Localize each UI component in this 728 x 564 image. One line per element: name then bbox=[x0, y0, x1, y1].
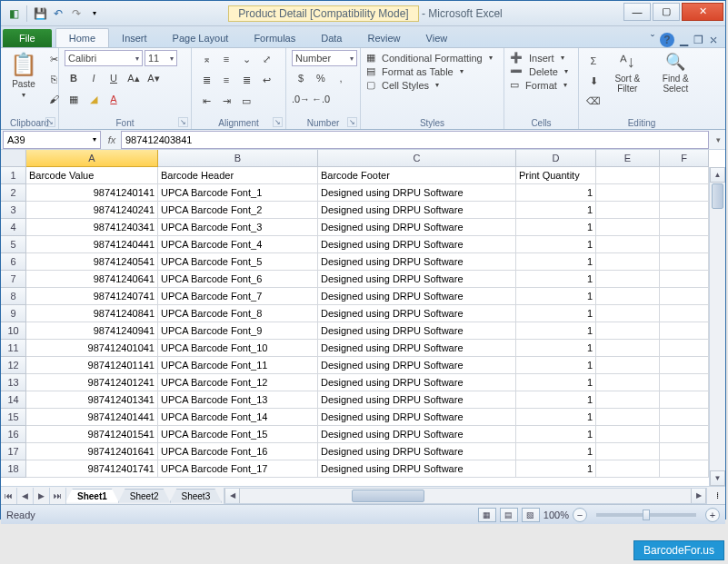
cell[interactable]: 1 bbox=[516, 288, 596, 305]
cell[interactable]: 987412401241 bbox=[26, 374, 158, 391]
col-header-C[interactable]: C bbox=[318, 150, 516, 167]
cell[interactable]: 1 bbox=[516, 322, 596, 340]
tab-review[interactable]: Review bbox=[354, 29, 413, 47]
cell[interactable]: Designed using DRPU Software bbox=[318, 288, 516, 305]
cell[interactable]: 98741240441 bbox=[26, 236, 158, 253]
cell[interactable]: 1 bbox=[516, 340, 596, 357]
accounting-format-icon[interactable]: $ bbox=[292, 69, 310, 87]
horizontal-scrollbar[interactable]: ◀ ▶ bbox=[224, 488, 707, 504]
cell[interactable] bbox=[596, 288, 660, 305]
cell[interactable]: 1 bbox=[516, 253, 596, 271]
borders-icon[interactable]: ▦ bbox=[65, 90, 83, 108]
col-header-D[interactable]: D bbox=[516, 150, 596, 167]
cell[interactable] bbox=[660, 443, 709, 460]
align-top-icon[interactable]: ⌅ bbox=[197, 50, 215, 68]
cell[interactable]: UPCA Barcode Font_5 bbox=[158, 253, 318, 271]
cell[interactable]: 1 bbox=[516, 374, 596, 391]
cell[interactable] bbox=[660, 357, 709, 374]
alignment-launcher-icon[interactable]: ↘ bbox=[273, 117, 283, 127]
cell[interactable] bbox=[596, 426, 660, 443]
row-header[interactable]: 5 bbox=[1, 236, 26, 253]
cell[interactable]: Designed using DRPU Software bbox=[318, 322, 516, 340]
cell[interactable] bbox=[596, 305, 660, 322]
row-header[interactable]: 9 bbox=[1, 305, 26, 322]
cell[interactable]: 98741240641 bbox=[26, 271, 158, 288]
cell[interactable] bbox=[660, 167, 709, 184]
decrease-indent-icon[interactable]: ⇤ bbox=[197, 92, 215, 110]
italic-button[interactable]: I bbox=[85, 69, 103, 87]
cell[interactable] bbox=[596, 202, 660, 219]
cell[interactable] bbox=[660, 288, 709, 305]
fill-color-icon[interactable]: ◢ bbox=[85, 90, 103, 108]
tab-formulas[interactable]: Formulas bbox=[241, 29, 308, 47]
cell[interactable]: Designed using DRPU Software bbox=[318, 219, 516, 236]
col-header-A[interactable]: A bbox=[26, 150, 158, 167]
tab-insert[interactable]: Insert bbox=[109, 29, 160, 47]
cell[interactable] bbox=[660, 426, 709, 443]
cell[interactable] bbox=[596, 167, 660, 184]
scroll-down-icon[interactable]: ▼ bbox=[710, 470, 725, 486]
format-cells-button[interactable]: ▭ Format ▾ bbox=[510, 79, 573, 91]
cell[interactable]: 1 bbox=[516, 305, 596, 322]
help-icon[interactable]: ? bbox=[660, 33, 674, 47]
cell[interactable]: UPCA Barcode Font_15 bbox=[158, 426, 318, 443]
cell[interactable] bbox=[596, 340, 660, 357]
cell[interactable]: UPCA Barcode Font_7 bbox=[158, 288, 318, 305]
cell[interactable] bbox=[660, 409, 709, 426]
cell[interactable]: 1 bbox=[516, 271, 596, 288]
cell[interactable]: Barcode Footer bbox=[318, 167, 516, 184]
cell[interactable]: 1 bbox=[516, 391, 596, 409]
cell[interactable]: Designed using DRPU Software bbox=[318, 271, 516, 288]
cell[interactable] bbox=[660, 322, 709, 340]
tab-split-icon[interactable]: ⁞ bbox=[709, 490, 725, 500]
row-header[interactable]: 17 bbox=[1, 443, 26, 460]
cell[interactable]: Designed using DRPU Software bbox=[318, 305, 516, 322]
clear-icon[interactable]: ⌫ bbox=[584, 92, 603, 110]
row-header[interactable]: 2 bbox=[1, 184, 26, 202]
ribbon-minimize-icon[interactable]: ˇ bbox=[651, 34, 654, 46]
cell[interactable]: Designed using DRPU Software bbox=[318, 357, 516, 374]
cell[interactable]: UPCA Barcode Font_1 bbox=[158, 184, 318, 202]
cell[interactable] bbox=[596, 184, 660, 202]
tab-page-layout[interactable]: Page Layout bbox=[160, 29, 242, 47]
align-center-icon[interactable]: ≡ bbox=[217, 71, 235, 89]
cell[interactable] bbox=[596, 460, 660, 478]
row-header[interactable]: 14 bbox=[1, 391, 26, 409]
page-break-view-icon[interactable]: ▧ bbox=[522, 508, 540, 522]
cell[interactable]: 98741240741 bbox=[26, 288, 158, 305]
tab-data[interactable]: Data bbox=[308, 29, 354, 47]
cell[interactable]: UPCA Barcode Font_9 bbox=[158, 322, 318, 340]
formula-expand-icon[interactable]: ▾ bbox=[711, 135, 725, 144]
bold-button[interactable]: B bbox=[65, 69, 83, 87]
autosum-icon[interactable]: Σ bbox=[584, 52, 603, 70]
align-left-icon[interactable]: ≣ bbox=[197, 71, 215, 89]
cell[interactable]: UPCA Barcode Font_13 bbox=[158, 391, 318, 409]
fx-icon[interactable]: fx bbox=[103, 134, 121, 145]
cell[interactable]: 987412401641 bbox=[26, 443, 158, 460]
row-header[interactable]: 16 bbox=[1, 426, 26, 443]
col-header-F[interactable]: F bbox=[660, 150, 709, 167]
formula-bar[interactable]: 987412403841 bbox=[121, 131, 709, 149]
zoom-out-button[interactable]: − bbox=[573, 508, 587, 522]
sheet-first-icon[interactable]: ⏮ bbox=[1, 488, 17, 504]
sheet-last-icon[interactable]: ⏭ bbox=[50, 488, 66, 504]
tab-view[interactable]: View bbox=[414, 29, 461, 47]
mdi-close-icon[interactable]: ⤬ bbox=[709, 34, 718, 46]
cell[interactable]: 987412401041 bbox=[26, 340, 158, 357]
cell[interactable]: 1 bbox=[516, 184, 596, 202]
shrink-font-icon[interactable]: A▾ bbox=[145, 69, 163, 87]
font-launcher-icon[interactable]: ↘ bbox=[178, 117, 188, 127]
cell[interactable]: Designed using DRPU Software bbox=[318, 443, 516, 460]
cell[interactable] bbox=[596, 409, 660, 426]
cell[interactable] bbox=[596, 236, 660, 253]
cell[interactable] bbox=[596, 271, 660, 288]
cell[interactable]: 987412401341 bbox=[26, 391, 158, 409]
cell[interactable]: Designed using DRPU Software bbox=[318, 184, 516, 202]
row-header[interactable]: 12 bbox=[1, 357, 26, 374]
normal-view-icon[interactable]: ▦ bbox=[478, 508, 496, 522]
cell[interactable] bbox=[660, 391, 709, 409]
excel-icon[interactable]: ◧ bbox=[6, 6, 21, 21]
cell[interactable]: 1 bbox=[516, 460, 596, 478]
tab-home[interactable]: Home bbox=[55, 28, 109, 47]
cell[interactable] bbox=[596, 322, 660, 340]
